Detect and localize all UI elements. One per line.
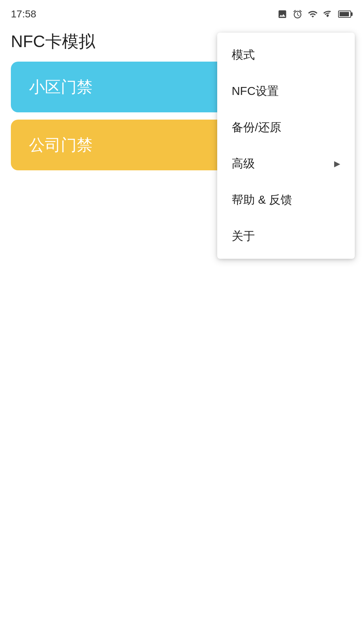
menu-item-mode[interactable]: 模式 [217, 37, 355, 73]
menu-item-about-label: 关于 [232, 228, 255, 244]
menu-item-nfc-settings-label: NFC设置 [232, 83, 279, 99]
menu-item-nfc-settings[interactable]: NFC设置 [217, 73, 355, 109]
menu-item-help-feedback[interactable]: 帮助 & 反馈 [217, 182, 355, 218]
menu-item-advanced-label: 高级 [232, 156, 255, 172]
menu-item-about[interactable]: 关于 [217, 218, 355, 254]
dropdown-menu: 模式 NFC设置 备份/还原 高级 ▶ 帮助 & 反馈 关于 [217, 33, 355, 259]
menu-item-backup-restore-label: 备份/还原 [232, 120, 281, 136]
menu-item-backup-restore[interactable]: 备份/还原 [217, 109, 355, 146]
menu-item-help-feedback-label: 帮助 & 反馈 [232, 192, 292, 208]
menu-item-advanced[interactable]: 高级 ▶ [217, 146, 355, 182]
menu-item-mode-label: 模式 [232, 47, 255, 63]
chevron-right-icon: ▶ [334, 159, 340, 169]
